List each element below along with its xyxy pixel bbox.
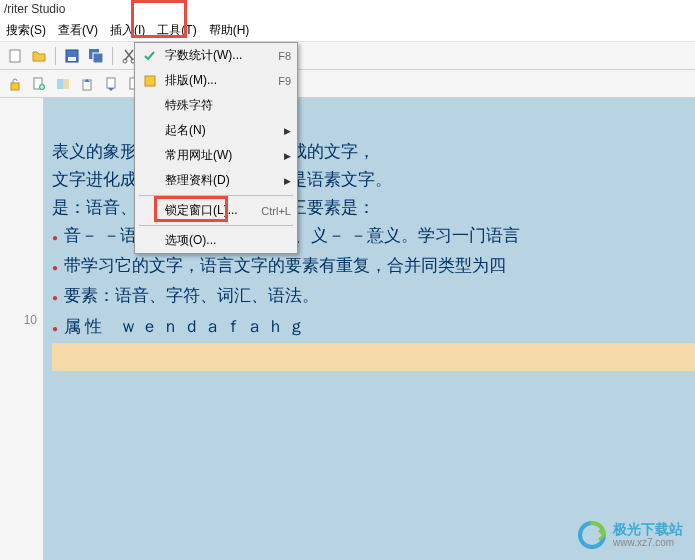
watermark-url: www.xz7.com — [613, 537, 683, 548]
content-area: 10 表义的象形符号和表音的声旁组成的文字， 文字进化成的意音文字，汉字也是语素… — [0, 98, 695, 560]
menu-view[interactable]: 查看(V) — [52, 19, 104, 42]
cursor-line-highlight — [52, 343, 695, 371]
menu-urls[interactable]: 常用网址(W) ▶ — [135, 143, 297, 168]
doc-line-6: 要素：语音、字符、词汇、语法。 — [64, 282, 319, 310]
svg-rect-17 — [107, 78, 115, 88]
watermark-logo-icon — [577, 520, 607, 550]
toolbar-main — [0, 42, 695, 70]
bullet-icon: ● — [52, 224, 58, 252]
check-icon — [141, 48, 159, 64]
menu-options[interactable]: 选项(O)... — [135, 228, 297, 253]
svg-rect-14 — [57, 79, 63, 89]
menu-tools[interactable]: 工具(T) — [151, 19, 202, 42]
menu-materials[interactable]: 整理资料(D) ▶ — [135, 168, 297, 193]
gutter-number-10: 10 — [0, 306, 37, 334]
menu-lockwindow[interactable]: 锁定窗口(L)... Ctrl+L — [135, 198, 297, 223]
doc-add-icon[interactable] — [28, 73, 50, 95]
chevron-right-icon: ▶ — [284, 151, 291, 161]
tools-dropdown-menu: 字数统计(W)... F8 排版(M)... F9 特殊字符 起名(N) ▶ 常… — [134, 42, 298, 254]
menu-naming[interactable]: 起名(N) ▶ — [135, 118, 297, 143]
menu-insert[interactable]: 插入(I) — [104, 19, 151, 42]
chevron-right-icon: ▶ — [284, 126, 291, 136]
watermark: 极光下载站 www.xz7.com — [577, 520, 683, 550]
save-all-icon[interactable] — [85, 45, 107, 67]
page-down-icon[interactable] — [100, 73, 122, 95]
docs-icon[interactable] — [52, 73, 74, 95]
bullet-icon: ● — [52, 284, 58, 312]
toolbar-secondary — [0, 70, 695, 98]
unlock-icon[interactable] — [4, 73, 26, 95]
svg-rect-11 — [11, 83, 19, 90]
menu-separator — [139, 195, 293, 196]
svg-rect-2 — [68, 57, 76, 61]
svg-rect-0 — [10, 50, 20, 62]
svg-rect-4 — [93, 53, 103, 63]
bullet-icon: ● — [52, 315, 58, 343]
menu-search[interactable]: 搜索(S) — [0, 19, 52, 42]
new-file-icon[interactable] — [4, 45, 26, 67]
menu-help[interactable]: 帮助(H) — [203, 19, 256, 42]
app-title: /riter Studio — [4, 2, 65, 16]
page-up-icon[interactable] — [76, 73, 98, 95]
svg-rect-21 — [145, 76, 155, 86]
titlebar: /riter Studio — [0, 0, 695, 20]
doc-line-7: 属性 ｗｅｎｄａｆａｈｇ — [64, 312, 309, 340]
save-icon[interactable] — [61, 45, 83, 67]
menu-specialchar[interactable]: 特殊字符 — [135, 93, 297, 118]
line-gutter: 10 — [0, 98, 44, 560]
menubar: 搜索(S) 查看(V) 插入(I) 工具(T) 帮助(H) — [0, 20, 695, 42]
bullet-icon: ● — [52, 254, 58, 282]
svg-rect-15 — [63, 79, 69, 89]
menu-typeset[interactable]: 排版(M)... F9 — [135, 68, 297, 93]
chevron-right-icon: ▶ — [284, 176, 291, 186]
watermark-brand: 极光下载站 — [613, 522, 683, 537]
doc-line-5: 带学习它的文字，语言文字的要素有重复，合并同类型为四 — [64, 252, 506, 280]
menu-wordcount[interactable]: 字数统计(W)... F8 — [135, 43, 297, 68]
open-folder-icon[interactable] — [28, 45, 50, 67]
menu-separator — [139, 225, 293, 226]
typeset-icon — [141, 73, 159, 89]
